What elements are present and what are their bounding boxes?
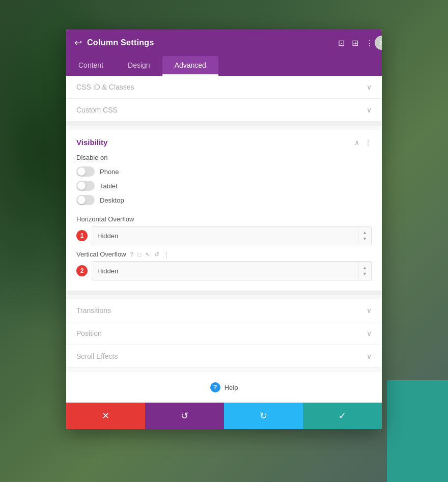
save-icon: ✓ xyxy=(339,410,346,421)
modal-title: Column Settings xyxy=(87,38,333,47)
scroll-effects-label: Scroll Effects xyxy=(76,352,118,360)
visibility-section: Visibility ∧ ⋮ Disable on Phone Tablet xyxy=(66,130,382,291)
modal-body: CSS ID & Classes ∨ Custom CSS ∨ Visibili… xyxy=(66,76,382,403)
more-icon[interactable]: ⋮ xyxy=(366,38,374,48)
tab-design[interactable]: Design xyxy=(116,56,162,76)
vertical-overflow-select[interactable]: Hidden Visible Scroll Auto xyxy=(92,262,358,280)
css-id-chevron: ∨ xyxy=(367,83,372,91)
vertical-badge: 2 xyxy=(76,265,88,276)
up-arrow-v: ▲ xyxy=(362,265,367,270)
scroll-effects-section[interactable]: Scroll Effects ∨ xyxy=(66,345,382,368)
toggle-phone: Phone xyxy=(76,166,372,177)
down-arrow-v: ▼ xyxy=(362,271,367,276)
tab-content[interactable]: Content xyxy=(66,56,116,76)
transitions-chevron: ∨ xyxy=(367,306,372,315)
modal-header: ↩ Column Settings ⊡ ⊞ ⋮ xyxy=(66,30,382,56)
vertical-overflow-row: 2 Hidden Visible Scroll Auto ▲ ▼ xyxy=(76,261,372,280)
help-icon[interactable]: ? xyxy=(210,382,220,392)
up-arrow: ▲ xyxy=(362,230,367,235)
down-arrow: ▼ xyxy=(362,236,367,241)
horizontal-overflow-select-wrapper[interactable]: Hidden Visible Scroll Auto ▲ ▼ xyxy=(92,226,372,245)
vertical-overflow-label: Vertical Overflow xyxy=(76,250,126,258)
redo-icon: ↻ xyxy=(260,410,267,421)
visibility-title: Visibility xyxy=(76,138,107,147)
vertical-more-icon[interactable]: ⋮ xyxy=(163,251,170,258)
header-icons: ⊡ ⊞ ⋮ xyxy=(338,38,374,48)
phone-label: Phone xyxy=(100,168,119,176)
position-chevron: ∨ xyxy=(367,329,372,337)
help-text: Help xyxy=(225,384,238,391)
modal-overlay: ✕ ↩ Column Settings ⊡ ⊞ ⋮ Content Design… xyxy=(0,0,448,482)
transitions-section[interactable]: Transitions ∨ xyxy=(66,299,382,322)
desktop-label: Desktop xyxy=(100,196,124,204)
vertical-reset-icon[interactable]: ↺ xyxy=(154,251,159,258)
tablet-toggle[interactable] xyxy=(76,181,95,191)
grid-icon[interactable]: ⊞ xyxy=(352,38,358,48)
footer-bar: ✕ ↺ ↻ ✓ xyxy=(66,403,382,429)
toggle-tablet: Tablet xyxy=(76,181,372,191)
help-row: ? Help xyxy=(66,372,382,403)
desktop-toggle[interactable] xyxy=(76,195,95,205)
redo-button[interactable]: ↻ xyxy=(224,403,303,429)
horizontal-overflow-label: Horizontal Overflow xyxy=(76,209,372,226)
custom-css-label: Custom CSS xyxy=(76,106,118,114)
custom-css-chevron: ∨ xyxy=(367,106,372,114)
horizontal-overflow-row: 1 Hidden Visible Scroll Auto ▲ ▼ xyxy=(76,226,372,245)
css-id-section[interactable]: CSS ID & Classes ∨ xyxy=(66,76,382,99)
visibility-header-right: ∧ ⋮ xyxy=(354,138,372,147)
undo-icon: ↺ xyxy=(181,410,188,421)
expand-icon[interactable]: ⊡ xyxy=(338,38,345,48)
tabs-bar: Content Design Advanced xyxy=(66,56,382,76)
phone-toggle[interactable] xyxy=(76,166,95,177)
horizontal-arrow-btn[interactable]: ▲ ▼ xyxy=(358,226,371,245)
cancel-icon: ✕ xyxy=(102,410,109,421)
scroll-effects-chevron: ∨ xyxy=(367,352,372,360)
toggle-desktop: Desktop xyxy=(76,195,372,205)
back-button[interactable]: ↩ xyxy=(74,37,82,48)
transitions-label: Transitions xyxy=(76,306,111,315)
divider-2 xyxy=(66,291,382,295)
vertical-overflow-select-wrapper[interactable]: Hidden Visible Scroll Auto ▲ ▼ xyxy=(92,261,372,280)
vertical-help-icon[interactable]: ? xyxy=(130,251,134,258)
cancel-button[interactable]: ✕ xyxy=(66,403,145,429)
vertical-cursor-icon[interactable]: ↖ xyxy=(145,251,150,258)
save-button[interactable]: ✓ xyxy=(303,403,382,429)
position-section[interactable]: Position ∨ xyxy=(66,322,382,345)
position-label: Position xyxy=(76,329,102,337)
horizontal-badge: 1 xyxy=(76,230,88,241)
visibility-collapse-icon[interactable]: ∧ xyxy=(354,138,359,147)
vertical-device-icon[interactable]: □ xyxy=(137,251,141,258)
css-id-label: CSS ID & Classes xyxy=(76,83,134,91)
tab-advanced[interactable]: Advanced xyxy=(162,56,218,76)
vertical-arrow-btn[interactable]: ▲ ▼ xyxy=(358,262,371,280)
visibility-header: Visibility ∧ ⋮ xyxy=(76,138,372,147)
undo-button[interactable]: ↺ xyxy=(145,403,224,429)
divider-1 xyxy=(66,122,382,126)
horizontal-overflow-select[interactable]: Hidden Visible Scroll Auto xyxy=(92,226,358,245)
custom-css-section[interactable]: Custom CSS ∨ xyxy=(66,99,382,122)
disable-on-label: Disable on xyxy=(76,154,372,161)
visibility-more-icon[interactable]: ⋮ xyxy=(365,138,372,147)
tablet-label: Tablet xyxy=(100,182,118,190)
vertical-overflow-label-row: Vertical Overflow ? □ ↖ ↺ ⋮ xyxy=(76,245,372,261)
column-settings-modal: ✕ ↩ Column Settings ⊡ ⊞ ⋮ Content Design… xyxy=(66,30,382,429)
